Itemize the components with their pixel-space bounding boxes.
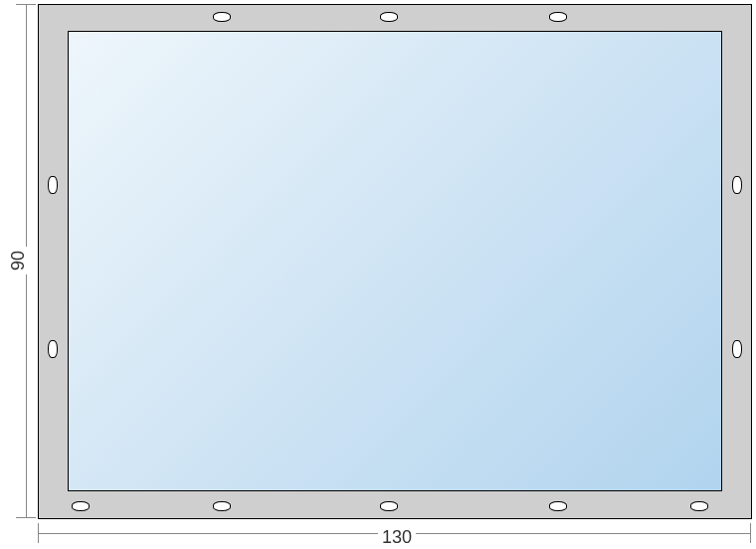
dim-tick: [16, 517, 36, 518]
grommet: [48, 176, 58, 194]
tarp-diagram: 90 130: [0, 0, 756, 549]
dim-width-label: 130: [378, 527, 416, 548]
grommet: [549, 501, 567, 511]
grommet: [213, 12, 231, 22]
tarp-panel: [68, 31, 722, 491]
grommet: [380, 501, 398, 511]
grommet: [549, 12, 567, 22]
dim-height-label: 90: [8, 247, 29, 274]
grommet: [732, 340, 742, 358]
grommet: [732, 176, 742, 194]
grommet: [48, 340, 58, 358]
grommet: [690, 501, 708, 511]
dim-tick: [750, 523, 751, 543]
grommet: [72, 501, 90, 511]
grommet: [213, 501, 231, 511]
grommet: [380, 12, 398, 22]
